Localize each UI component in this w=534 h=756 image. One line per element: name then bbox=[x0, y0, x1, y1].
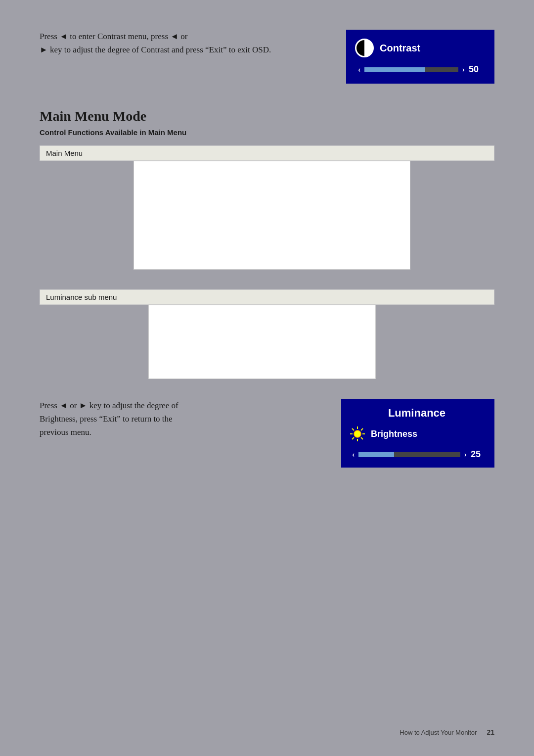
contrast-right-arrow: › bbox=[462, 65, 465, 74]
luminance-left-arrow: ‹ bbox=[352, 450, 355, 459]
main-menu-screenshot bbox=[134, 161, 410, 270]
svg-line-8 bbox=[352, 437, 354, 439]
main-menu-subheading: Control Functions Available in Main Menu bbox=[40, 128, 494, 137]
svg-line-5 bbox=[352, 428, 354, 430]
luminance-right-arrow: › bbox=[464, 450, 467, 459]
contrast-enter-text: to enter Contrast menu, press bbox=[70, 32, 168, 41]
bottom-previous-text: previous menu. bbox=[40, 427, 91, 437]
arrow-right-icon-1: ► bbox=[40, 45, 50, 54]
luminance-table-label: Luminance sub menu bbox=[40, 289, 494, 305]
bottom-adjust-text: key to adjust the degree of bbox=[89, 401, 178, 410]
svg-line-7 bbox=[361, 428, 363, 430]
sun-icon bbox=[349, 425, 366, 442]
contrast-icon bbox=[355, 39, 374, 57]
main-menu-section: Main Menu Mode Control Functions Availab… bbox=[40, 108, 494, 270]
luminance-brightness-row: Brightness bbox=[349, 425, 485, 442]
bottom-arrow-right-icon: ► bbox=[79, 401, 89, 410]
svg-line-6 bbox=[361, 437, 363, 439]
luminance-slider-track bbox=[358, 452, 460, 457]
main-menu-table-label: Main Menu bbox=[40, 145, 494, 161]
contrast-slider-fill bbox=[364, 67, 425, 72]
contrast-adjust-text: key to adjust the degree of Contrast and… bbox=[50, 45, 271, 54]
contrast-osd-header: Contrast bbox=[355, 39, 483, 57]
footer-text: How to Adjust Your Monitor bbox=[400, 729, 477, 736]
bottom-or-label: or bbox=[70, 401, 77, 410]
bottom-section: Press ◄ or ► key to adjust the degree of… bbox=[40, 399, 494, 468]
contrast-osd-box: Contrast ‹ › 50 bbox=[346, 30, 494, 84]
contrast-left-arrow: ‹ bbox=[358, 65, 360, 74]
contrast-osd-title: Contrast bbox=[380, 43, 420, 54]
bottom-description: Press ◄ or ► key to adjust the degree of… bbox=[40, 399, 321, 439]
press-label: Press bbox=[40, 32, 57, 41]
luminance-sub-section: Luminance sub menu bbox=[40, 289, 494, 379]
brightness-label: Brightness bbox=[371, 429, 417, 439]
bottom-brightness-text: Brightness, press “Exit” to return to th… bbox=[40, 414, 173, 424]
luminance-value: 25 bbox=[471, 449, 485, 460]
page-number: 21 bbox=[487, 728, 494, 736]
bottom-press-label: Press bbox=[40, 401, 57, 410]
main-menu-heading: Main Menu Mode bbox=[40, 108, 494, 124]
contrast-slider-track bbox=[364, 67, 458, 72]
or-label: or bbox=[180, 32, 187, 41]
svg-point-0 bbox=[354, 430, 361, 437]
luminance-osd-title: Luminance bbox=[349, 407, 485, 420]
luminance-osd-box: Luminance Brightness bbox=[341, 399, 494, 468]
top-section: Press ◄ to enter Contrast menu, press ◄ … bbox=[40, 30, 494, 84]
luminance-slider-fill bbox=[358, 452, 394, 457]
luminance-sub-screenshot bbox=[148, 305, 376, 379]
arrow-left-icon-1: ◄ bbox=[59, 32, 70, 41]
page-footer: How to Adjust Your Monitor 21 bbox=[400, 728, 494, 736]
contrast-value: 50 bbox=[469, 64, 483, 75]
bottom-arrow-left-icon: ◄ bbox=[59, 401, 70, 410]
contrast-slider-row: ‹ › 50 bbox=[355, 64, 483, 75]
top-description: Press ◄ to enter Contrast menu, press ◄ … bbox=[40, 30, 326, 56]
arrow-left-icon-2: ◄ bbox=[170, 32, 180, 41]
luminance-slider-row: ‹ › 25 bbox=[349, 449, 485, 460]
